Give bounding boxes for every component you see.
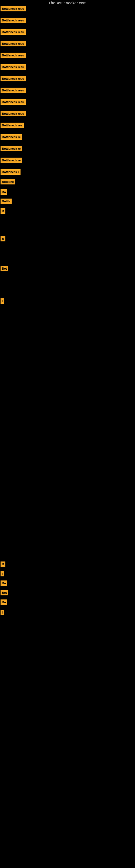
- bottleneck-item-14[interactable]: Bottleneck re: [1, 158, 22, 163]
- bottleneck-item-38[interactable]: Bot: [1, 590, 8, 595]
- bottleneck-item-39[interactable]: Bo: [1, 599, 7, 605]
- bottleneck-item-21[interactable]: B: [1, 236, 5, 241]
- bottleneck-item-25[interactable]: l: [1, 299, 4, 304]
- bottleneck-item-19[interactable]: B: [1, 208, 5, 214]
- bottleneck-item-8[interactable]: Bottleneck resu: [1, 88, 26, 93]
- bottleneck-item-10[interactable]: Bottleneck resu: [1, 111, 26, 116]
- bottleneck-item-16[interactable]: Bottlene: [1, 179, 15, 184]
- bottleneck-item-9[interactable]: Bottleneck resu: [1, 99, 26, 105]
- bottleneck-item-37[interactable]: Bo: [1, 581, 7, 586]
- bottleneck-item-40[interactable]: l: [1, 610, 4, 615]
- bottleneck-item-3[interactable]: Bottleneck resu: [1, 29, 26, 35]
- bottleneck-item-23[interactable]: Bot: [1, 266, 8, 271]
- bottleneck-item-6[interactable]: Bottleneck resu: [1, 64, 26, 70]
- bottleneck-item-15[interactable]: Bottleneck r: [1, 169, 20, 175]
- bottleneck-item-12[interactable]: Bottleneck re: [1, 134, 22, 140]
- bottleneck-item-1[interactable]: Bottleneck resu: [1, 6, 26, 11]
- bottleneck-item-5[interactable]: Bottleneck resu: [1, 53, 26, 58]
- bottleneck-item-7[interactable]: Bottleneck resu: [1, 76, 26, 82]
- bottleneck-item-17[interactable]: Bo: [1, 189, 7, 195]
- bottleneck-item-35[interactable]: B: [1, 561, 5, 567]
- bottleneck-item-2[interactable]: Bottleneck resu: [1, 18, 26, 23]
- bottleneck-item-11[interactable]: Bottleneck res: [1, 123, 24, 128]
- bottleneck-item-18[interactable]: Bottle: [1, 198, 12, 204]
- bottleneck-item-4[interactable]: Bottleneck resu: [1, 41, 26, 46]
- bottleneck-item-36[interactable]: l: [1, 571, 4, 577]
- bottleneck-item-13[interactable]: Bottleneck re: [1, 146, 22, 151]
